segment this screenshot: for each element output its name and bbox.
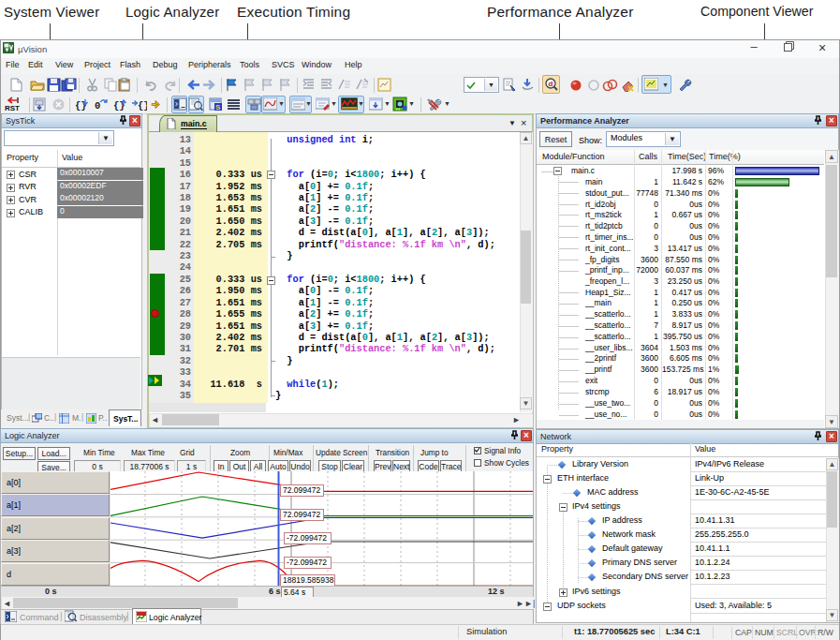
svg-text:0: 0	[95, 100, 100, 112]
svg-text:RST: RST	[5, 104, 20, 112]
svg-text:S: S	[215, 103, 221, 112]
svg-text:d: d	[549, 80, 553, 88]
svg-text:{}: {}	[138, 100, 147, 112]
